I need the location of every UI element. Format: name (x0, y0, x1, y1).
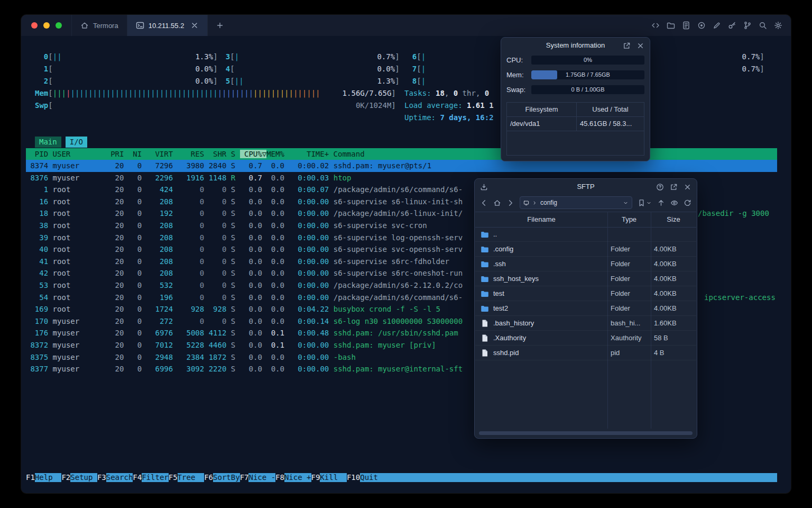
sftp-file-list: ...configFolder4.00KB.sshFolder4.00KBssh… (475, 227, 696, 360)
pencil-icon[interactable] (713, 21, 721, 30)
file-type-cell: Folder (607, 275, 651, 283)
fn-key-label: Nice - (248, 473, 275, 482)
desktop: Termora10.211.55.2 0[||1.3%] 1[0.0%] 2[0… (0, 0, 812, 508)
fn-f6-sortby[interactable]: F6SortBy (204, 473, 239, 482)
code-icon[interactable] (651, 21, 660, 30)
filesystem-cell: 45.61GB / 58.3... (576, 117, 644, 131)
sftp-row-bash-history[interactable]: .bash_historybash_hi...1.60KB (475, 316, 696, 331)
fn-key-label: SortBy (213, 473, 240, 482)
file-name: .. (493, 230, 497, 238)
sftp-row-test[interactable]: testFolder4.00KB (475, 286, 696, 301)
sftp-row-ssh-host-keys[interactable]: ssh_host_keysFolder4.00KB (475, 271, 696, 286)
file-type-cell: Folder (607, 289, 651, 297)
new-tab-button[interactable] (213, 19, 227, 32)
fn-key-label: Tree (178, 473, 205, 482)
back-icon[interactable] (480, 199, 488, 207)
eye-icon[interactable] (670, 199, 678, 207)
filesystem-row-dev-vda1[interactable]: /dev/vda145.61GB / 58.3... (507, 117, 644, 131)
cpu-meter-8: 8[| (403, 75, 426, 87)
sort-column-cpu[interactable]: CPU%▽ (240, 150, 267, 158)
fn-f8-nice[interactable]: F8Nice + (275, 473, 311, 482)
filesystem-column-header: Used / Total (576, 103, 644, 116)
current-path[interactable]: config (540, 199, 557, 206)
file-name-cell: .config (475, 245, 607, 253)
path-breadcrumb[interactable]: config (520, 196, 632, 209)
bookmark-control[interactable] (638, 199, 652, 207)
bookmark-icon[interactable] (638, 199, 645, 207)
fn-f9-kill[interactable]: F9Kill (311, 473, 347, 482)
fn-key-label: Nice + (284, 473, 311, 482)
column-header-filename[interactable]: Filename (475, 212, 607, 227)
sftp-row-sshd-pid[interactable]: sshd.pidpid4 B (475, 346, 696, 360)
chevron-down-icon[interactable] (623, 200, 629, 206)
cpu-meter-4: 4[0.0%] (217, 63, 400, 75)
fn-key-number: F6 (204, 473, 213, 482)
file-size-cell: 4.00KB (651, 275, 696, 283)
metric-label: Swap: (506, 86, 531, 94)
fn-f7-nice[interactable]: F7Nice - (240, 473, 275, 482)
notes-icon[interactable] (682, 21, 690, 30)
file-type-cell: Folder (607, 260, 651, 268)
close-window-button[interactable] (31, 22, 38, 29)
folder-icon[interactable] (667, 21, 675, 30)
record-icon[interactable] (697, 21, 706, 30)
session-tab-10-211-55-2[interactable]: 10.211.55.2 (127, 15, 208, 36)
minimize-window-button[interactable] (43, 22, 50, 29)
file-size-cell: 4.00KB (651, 245, 696, 253)
sftp-row-test2[interactable]: test2Folder4.00KB (475, 301, 696, 316)
zoom-window-button[interactable] (56, 22, 62, 29)
up-directory-icon[interactable] (657, 199, 665, 207)
home-icon[interactable] (493, 199, 501, 207)
branch-icon[interactable] (743, 21, 752, 30)
file-size-cell: 4 B (651, 349, 696, 357)
fn-f2-setup[interactable]: F2Setup (61, 473, 97, 482)
session-tab-termora[interactable]: Termora (71, 15, 127, 36)
command-overflow-fragment: /basedir -g 3000 (698, 207, 769, 220)
horizontal-scrollbar[interactable] (479, 431, 693, 435)
filesystem-table: FilesystemUsed / Total/dev/vda145.61GB /… (506, 102, 644, 156)
metric-row-swap: Swap:0 B / 1.00GB (506, 85, 644, 94)
fn-key-label: Quit (360, 473, 387, 482)
gear-icon[interactable] (774, 21, 782, 30)
folder-icon (481, 245, 489, 253)
load-average-line: Load average: 1.61 1 (404, 99, 494, 112)
close-tab-icon[interactable] (190, 21, 199, 30)
process-row-8374[interactable]: 8374 myuser 20 0 7296 3980 2840 S 0.7 0.… (26, 160, 777, 172)
file-size-cell: 4.00KB (651, 304, 696, 312)
process-table-header[interactable]: PID USER PRI NI VIRT RES SHR S CPU%▽MEM%… (26, 148, 777, 160)
sftp-row-xauthority[interactable]: .XauthorityXauthority58 B (475, 331, 696, 346)
terminal-icon (136, 21, 144, 30)
swap-meter: Swp[0K/1024M] (35, 99, 396, 112)
column-header-type[interactable]: Type (607, 212, 651, 227)
fn-f4-filter[interactable]: F4Filter (133, 473, 168, 482)
external-link-icon[interactable] (670, 183, 678, 191)
fn-f3-search[interactable]: F3Search (97, 473, 133, 482)
refresh-icon[interactable] (684, 199, 691, 207)
external-link-icon[interactable] (623, 42, 631, 50)
caret-down-icon[interactable] (646, 200, 652, 206)
close-icon[interactable] (636, 42, 644, 50)
search-icon[interactable] (759, 21, 767, 30)
tab-label: Termora (93, 22, 118, 30)
home-icon (80, 21, 89, 30)
htop-tab-i-o[interactable]: I/O (66, 137, 87, 148)
fn-key-label: Help (35, 473, 62, 482)
fn-f1-help[interactable]: F1Help (26, 473, 61, 482)
file-size-cell: 4.00KB (651, 260, 696, 268)
folder-icon (481, 230, 489, 239)
column-header-size[interactable]: Size (651, 212, 696, 227)
fn-f5-tree[interactable]: F5Tree (169, 473, 204, 482)
fn-key-number: F10 (347, 473, 360, 482)
help-icon[interactable] (656, 183, 664, 191)
fn-f10-quit[interactable]: F10Quit (347, 473, 387, 482)
sftp-row-[interactable]: .. (475, 227, 696, 242)
sftp-row-config[interactable]: .configFolder4.00KB (475, 242, 696, 257)
fn-key-number: F4 (133, 473, 142, 482)
key-icon[interactable] (728, 21, 736, 30)
htop-tab-main[interactable]: Main (35, 137, 61, 148)
file-type-cell: Xauthority (607, 334, 651, 342)
close-icon[interactable] (684, 183, 691, 191)
sftp-row-ssh[interactable]: .sshFolder4.00KB (475, 257, 696, 271)
forward-icon[interactable] (506, 199, 514, 207)
file-name: test (493, 289, 504, 297)
